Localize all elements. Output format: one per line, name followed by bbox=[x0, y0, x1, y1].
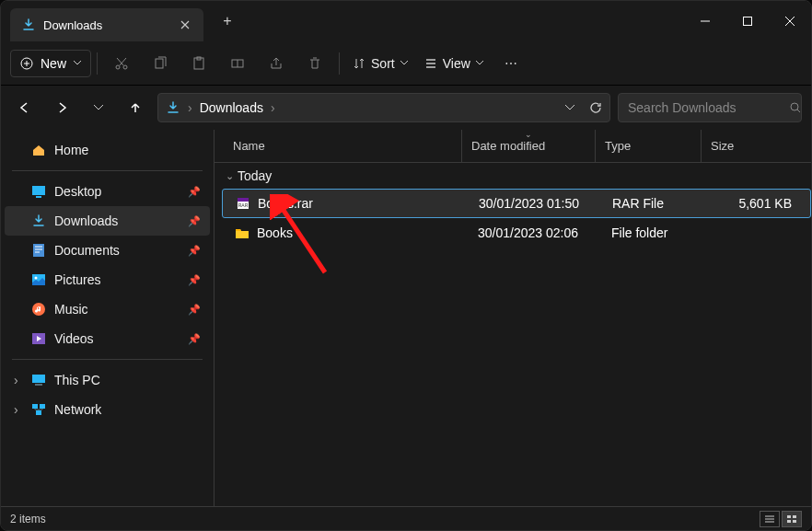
back-button[interactable] bbox=[10, 93, 40, 122]
file-size: 5,601 KB bbox=[709, 196, 810, 211]
content-pane: Name ⌄ Date modified Type Size ⌄ Today R… bbox=[215, 130, 811, 506]
share-button[interactable] bbox=[258, 47, 295, 80]
svg-rect-25 bbox=[787, 515, 791, 518]
status-bar: 2 items bbox=[1, 506, 811, 530]
tab-downloads[interactable]: Downloads bbox=[10, 8, 203, 41]
view-icon bbox=[424, 57, 437, 70]
column-size[interactable]: Size bbox=[701, 130, 811, 162]
chevron-down-icon[interactable] bbox=[565, 105, 574, 110]
sidebar-thispc[interactable]: This PC bbox=[5, 365, 210, 395]
sort-button[interactable]: Sort bbox=[345, 51, 415, 76]
chevron-down-icon bbox=[74, 61, 81, 65]
paste-button[interactable] bbox=[180, 47, 217, 80]
svg-rect-17 bbox=[35, 384, 42, 386]
details-view-button[interactable] bbox=[760, 511, 780, 527]
close-button[interactable] bbox=[769, 1, 811, 41]
sidebar-item-desktop[interactable]: Desktop 📌 bbox=[5, 177, 210, 206]
new-label: New bbox=[41, 56, 66, 71]
sidebar-home[interactable]: Home bbox=[5, 135, 210, 165]
sidebar-network[interactable]: Network bbox=[5, 395, 210, 424]
file-type: RAR File bbox=[603, 196, 709, 211]
sidebar-item-pictures[interactable]: Pictures 📌 bbox=[5, 265, 210, 294]
svg-point-8 bbox=[791, 103, 798, 110]
documents-icon bbox=[30, 242, 47, 259]
maximize-button[interactable] bbox=[726, 1, 769, 41]
svg-rect-26 bbox=[793, 515, 796, 518]
svg-point-13 bbox=[35, 277, 38, 280]
chevron-down-icon bbox=[476, 61, 483, 65]
sidebar-item-documents[interactable]: Documents 📌 bbox=[5, 236, 210, 265]
more-button[interactable]: ⋯ bbox=[493, 47, 529, 80]
tab-title: Downloads bbox=[43, 18, 170, 32]
svg-rect-9 bbox=[32, 186, 45, 195]
minimize-button[interactable] bbox=[684, 1, 726, 41]
svg-rect-20 bbox=[36, 410, 41, 415]
svg-point-2 bbox=[116, 65, 120, 69]
search-icon bbox=[789, 101, 802, 114]
svg-point-3 bbox=[123, 65, 127, 69]
navbar: › Downloads › bbox=[1, 86, 811, 130]
file-date: 30/01/2023 01:50 bbox=[470, 196, 603, 211]
rar-icon: RAR bbox=[234, 194, 252, 213]
breadcrumb[interactable]: › Downloads › bbox=[157, 93, 610, 122]
up-button[interactable] bbox=[121, 93, 150, 122]
svg-rect-10 bbox=[36, 196, 41, 198]
pin-icon: 📌 bbox=[188, 215, 201, 227]
file-list: ⌄ Today RAR Books.rar 30/01/2023 01:50 R… bbox=[215, 163, 811, 506]
pictures-icon bbox=[30, 271, 47, 288]
plus-icon bbox=[20, 57, 33, 70]
sidebar-item-music[interactable]: Music 📌 bbox=[5, 294, 210, 324]
file-name: Books bbox=[257, 225, 469, 240]
toolbar: New Sort View ⋯ bbox=[1, 41, 811, 86]
download-icon bbox=[30, 213, 47, 229]
desktop-icon bbox=[30, 183, 47, 200]
svg-rect-16 bbox=[32, 375, 45, 383]
delete-button[interactable] bbox=[296, 47, 333, 80]
music-icon bbox=[30, 301, 47, 317]
thumbnails-view-button[interactable] bbox=[782, 511, 802, 527]
forward-button[interactable] bbox=[47, 93, 76, 122]
sort-icon bbox=[353, 57, 365, 70]
new-tab-button[interactable]: + bbox=[211, 13, 244, 29]
pin-icon: 📌 bbox=[188, 245, 201, 257]
view-button[interactable]: View bbox=[417, 51, 491, 76]
refresh-button[interactable] bbox=[589, 101, 602, 114]
file-row[interactable]: RAR Books.rar 30/01/2023 01:50 RAR File … bbox=[222, 189, 811, 218]
file-date: 30/01/2023 02:06 bbox=[469, 225, 602, 240]
recent-button[interactable] bbox=[84, 93, 113, 122]
column-headers: Name ⌄ Date modified Type Size bbox=[215, 130, 811, 163]
svg-rect-4 bbox=[156, 59, 163, 68]
pin-icon: 📌 bbox=[188, 274, 201, 286]
sidebar: Home Desktop 📌 Downloads 📌 Documents 📌 P… bbox=[1, 130, 215, 506]
file-row[interactable]: Books 30/01/2023 02:06 File folder bbox=[222, 218, 811, 248]
file-type: File folder bbox=[602, 225, 708, 240]
status-text: 2 items bbox=[10, 513, 46, 525]
column-name[interactable]: Name bbox=[233, 139, 461, 153]
search-box[interactable] bbox=[618, 93, 802, 122]
download-icon bbox=[166, 100, 180, 115]
copy-button[interactable] bbox=[142, 47, 179, 80]
network-icon bbox=[30, 401, 47, 418]
pin-icon: 📌 bbox=[188, 333, 201, 345]
file-name: Books.rar bbox=[258, 196, 470, 211]
group-today[interactable]: ⌄ Today bbox=[222, 163, 811, 189]
close-tab-icon[interactable] bbox=[178, 17, 192, 32]
column-type[interactable]: Type bbox=[595, 130, 701, 162]
breadcrumb-current[interactable]: Downloads bbox=[200, 100, 263, 115]
new-button[interactable]: New bbox=[10, 50, 91, 77]
chevron-down-icon bbox=[400, 61, 408, 65]
svg-rect-18 bbox=[32, 404, 38, 409]
cut-button[interactable] bbox=[103, 47, 140, 80]
sidebar-item-videos[interactable]: Videos 📌 bbox=[5, 324, 210, 353]
pin-icon: 📌 bbox=[188, 304, 201, 316]
sidebar-item-downloads[interactable]: Downloads 📌 bbox=[5, 206, 210, 236]
caret-down-icon: ⌄ bbox=[226, 170, 234, 182]
column-date[interactable]: ⌄ Date modified bbox=[461, 130, 595, 162]
svg-rect-19 bbox=[40, 404, 45, 409]
rename-button[interactable] bbox=[219, 47, 256, 80]
svg-rect-11 bbox=[33, 244, 44, 257]
download-icon bbox=[21, 17, 36, 32]
window-controls bbox=[684, 1, 811, 41]
svg-rect-27 bbox=[787, 520, 791, 523]
search-input[interactable] bbox=[628, 100, 789, 115]
